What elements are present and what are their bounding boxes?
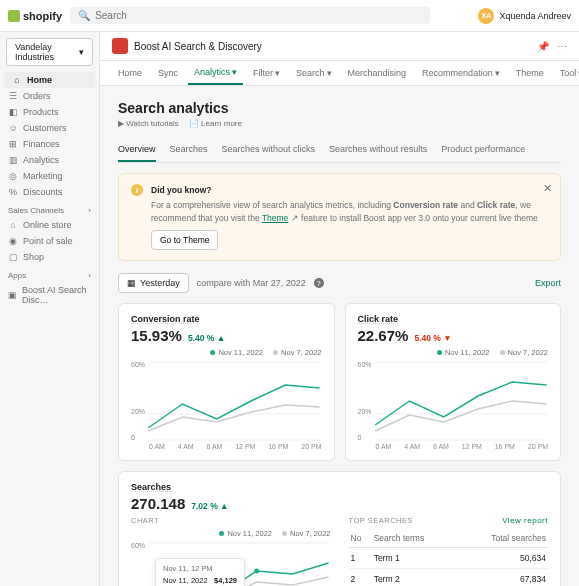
tab-analytics[interactable]: Analytics ▾	[188, 61, 243, 85]
sub-links: ▶ Watch tutorials 📄 Learn more	[118, 119, 561, 128]
sidebar-item-boost-ai-search-disc-[interactable]: ▣Boost AI Search Disc…	[0, 282, 99, 308]
tab-merchandising[interactable]: Merchandising	[342, 61, 413, 85]
brand-logo[interactable]: shopify	[8, 10, 62, 22]
tab-search[interactable]: Search ▾	[290, 61, 338, 85]
chevron-down-icon: ▾	[275, 68, 280, 78]
date-toolbar: ▦Yesterday compare with Mar 27, 2022 ? E…	[118, 273, 561, 293]
sidebar-item-products[interactable]: ◧Products	[0, 104, 99, 120]
search-icon: 🔍	[78, 10, 90, 21]
tab-sync[interactable]: Sync	[152, 61, 184, 85]
nav-icon: ▢	[8, 252, 18, 262]
metric-delta: 5.40 % ▼	[414, 333, 451, 343]
search-input[interactable]	[95, 10, 422, 21]
view-report-link[interactable]: View report	[502, 516, 548, 525]
date-range-button[interactable]: ▦Yesterday	[118, 273, 189, 293]
nav-icon: ☺	[8, 123, 18, 133]
searches-card: Searches 270.1487.02 % ▲ CHART Nov 11, 2…	[118, 471, 561, 586]
subtab-searches[interactable]: Searches	[170, 138, 208, 162]
chart-section-label: CHART	[131, 516, 331, 525]
nav-icon: ⊞	[8, 139, 18, 149]
go-to-theme-button[interactable]: Go to Theme	[151, 230, 218, 250]
nav-section-apps: Apps›	[0, 265, 99, 282]
sidebar-item-online-store[interactable]: ⌂Online store	[0, 217, 99, 233]
tab-tool[interactable]: Tool ▾	[554, 61, 579, 85]
chart-tooltip: Nov 11, 12 PM Nov 11, 2022$4,129 Nov 7, …	[155, 558, 245, 586]
metric-value: 15.93%	[131, 327, 182, 344]
card-title: Conversion rate	[131, 314, 322, 324]
nav-icon: ⌂	[12, 75, 22, 85]
sidebar: Vandelay Industries▾ ⌂Home☰Orders◧Produc…	[0, 32, 100, 586]
conversion-rate-card: Conversion rate 15.93%5.40 % ▲ Nov 11, 2…	[118, 303, 335, 461]
info-notice: i Did you know? For a comprehensive view…	[118, 173, 561, 261]
metric-delta: 7.02 % ▲	[191, 501, 228, 511]
tab-recommendation[interactable]: Recommendation ▾	[416, 61, 506, 85]
main-content: Boost AI Search & Discovery 📌 ⋯ HomeSync…	[100, 32, 579, 586]
top-searches-table: NoSearch termsTotal searches 1Term 150,6…	[349, 529, 549, 586]
nav-icon: ◎	[8, 171, 18, 181]
app-icon	[112, 38, 128, 54]
nav-icon: %	[8, 187, 18, 197]
nav-icon: ▣	[8, 290, 17, 300]
more-icon[interactable]: ⋯	[557, 41, 567, 52]
sidebar-item-shop[interactable]: ▢Shop	[0, 249, 99, 265]
chevron-right-icon: ›	[88, 271, 91, 280]
chart-legend: Nov 11, 2022Nov 7, 2022	[131, 529, 331, 538]
theme-link[interactable]: Theme	[262, 213, 288, 223]
app-header: Boost AI Search & Discovery 📌 ⋯	[100, 32, 579, 61]
metric-value: 270.148	[131, 495, 185, 512]
sidebar-item-customers[interactable]: ☺Customers	[0, 120, 99, 136]
sidebar-item-finances[interactable]: ⊞Finances	[0, 136, 99, 152]
subtab-searches-without-results[interactable]: Searches without results	[329, 138, 427, 162]
store-selector[interactable]: Vandelay Industries▾	[6, 38, 93, 66]
analytics-subtabs: OverviewSearchesSearches without clicksS…	[118, 138, 561, 163]
export-button[interactable]: Export	[535, 278, 561, 288]
user-menu[interactable]: XA Xquenda Andreev	[478, 8, 571, 24]
chevron-right-icon: ›	[88, 206, 91, 215]
app-title: Boost AI Search & Discovery	[134, 41, 262, 52]
avatar: XA	[478, 8, 494, 24]
chevron-down-icon: ▾	[232, 67, 237, 77]
svg-point-9	[254, 569, 259, 574]
watch-tutorials-link[interactable]: ▶ Watch tutorials	[118, 119, 179, 128]
sidebar-item-analytics[interactable]: ▥Analytics	[0, 152, 99, 168]
global-search[interactable]: 🔍	[70, 7, 430, 24]
tab-home[interactable]: Home	[112, 61, 148, 85]
tab-theme[interactable]: Theme	[510, 61, 550, 85]
close-icon[interactable]: ✕	[543, 182, 552, 195]
user-name: Xquenda Andreev	[499, 11, 571, 21]
chevron-down-icon: ▾	[495, 68, 500, 78]
top-searches-label: TOP SEARCHESView report	[349, 516, 549, 525]
chevron-down-icon: ▾	[79, 47, 84, 57]
searches-chart: 020%60% Nov 11, 12 PM	[131, 542, 331, 586]
subtab-product-performance[interactable]: Product performance	[441, 138, 525, 162]
learn-more-link[interactable]: 📄 Learn more	[189, 119, 242, 128]
click-rate-card: Click rate 22.67%5.40 % ▼ Nov 11, 2022No…	[345, 303, 562, 461]
click-chart: 020%60%	[358, 361, 549, 441]
metric-value: 22.67%	[358, 327, 409, 344]
tab-filter[interactable]: Filter ▾	[247, 61, 286, 85]
conversion-chart: 020%60%	[131, 361, 322, 441]
calendar-icon: ▦	[127, 278, 136, 288]
nav-icon: ◉	[8, 236, 18, 246]
help-icon[interactable]: ?	[314, 278, 324, 288]
subtab-overview[interactable]: Overview	[118, 138, 156, 162]
shopify-icon	[8, 10, 20, 22]
pin-icon[interactable]: 📌	[537, 41, 549, 52]
card-title: Searches	[131, 482, 548, 492]
compare-label: compare with Mar 27, 2022	[197, 278, 306, 288]
chart-legend: Nov 11, 2022Nov 7, 2022	[131, 348, 322, 357]
sidebar-item-marketing[interactable]: ◎Marketing	[0, 168, 99, 184]
sidebar-item-point-of-sale[interactable]: ◉Point of sale	[0, 233, 99, 249]
table-row[interactable]: 1Term 150,634	[349, 548, 549, 569]
metric-delta: 5.40 % ▲	[188, 333, 225, 343]
app-tabs: HomeSyncAnalytics ▾Filter ▾Search ▾Merch…	[100, 61, 579, 86]
topbar: shopify 🔍 XA Xquenda Andreev	[0, 0, 579, 32]
card-title: Click rate	[358, 314, 549, 324]
table-row[interactable]: 2Term 267,834	[349, 569, 549, 586]
sidebar-item-orders[interactable]: ☰Orders	[0, 88, 99, 104]
sidebar-item-home[interactable]: ⌂Home	[4, 72, 95, 88]
page-title: Search analytics	[118, 100, 561, 116]
subtab-searches-without-clicks[interactable]: Searches without clicks	[222, 138, 316, 162]
chart-legend: Nov 11, 2022Nov 7, 2022	[358, 348, 549, 357]
sidebar-item-discounts[interactable]: %Discounts	[0, 184, 99, 200]
